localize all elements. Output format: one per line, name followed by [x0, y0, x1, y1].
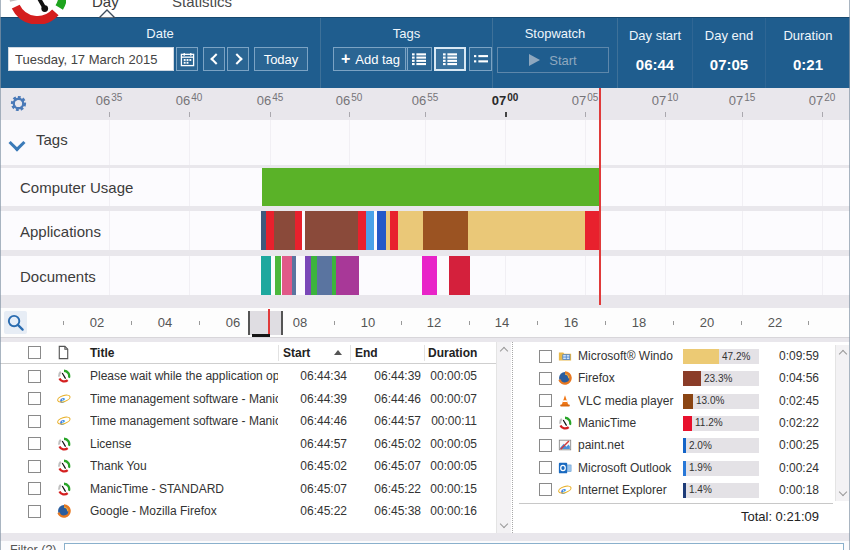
timeline-segment[interactable]	[390, 211, 398, 250]
chevron-right-icon	[231, 53, 242, 64]
gear-icon[interactable]	[9, 94, 28, 113]
activity-scrollbar[interactable]	[496, 342, 511, 533]
timeline-segment[interactable]	[295, 211, 302, 250]
activity-row[interactable]: ManicTime - STANDARD06:45:0706:45:2200:0…	[0, 478, 496, 501]
magnifier-icon[interactable]	[4, 311, 27, 334]
hour-label: 14	[495, 315, 509, 330]
hour-label: 10	[361, 315, 375, 330]
timeline-row-documents: Documents	[0, 256, 850, 295]
activity-row[interactable]: Time management software - Manic06:44:39…	[0, 388, 496, 411]
usage-bar: 23.3%	[683, 371, 759, 386]
row-checkbox[interactable]	[28, 505, 41, 518]
timeline-segment[interactable]	[449, 256, 470, 295]
timeline-segment[interactable]	[266, 211, 274, 250]
selection-right-handle[interactable]	[281, 311, 283, 335]
tab-statistics[interactable]: Statistics	[172, 0, 232, 10]
row-checkbox[interactable]	[539, 439, 552, 452]
divider-strip	[0, 533, 850, 541]
row-checkbox[interactable]	[539, 372, 552, 385]
summary-scrollbar[interactable]	[835, 345, 849, 501]
view-mode-compact-button[interactable]	[469, 47, 492, 71]
filter-input[interactable]	[64, 543, 844, 550]
row-checkbox[interactable]	[28, 460, 41, 473]
summary-row[interactable]: paint.net2.0%0:00:25	[513, 434, 833, 456]
row-checkbox[interactable]	[28, 370, 41, 383]
column-header-end[interactable]: End	[355, 342, 378, 364]
activity-row[interactable]: Google - Mozilla Firefox06:45:2206:45:38…	[0, 500, 496, 523]
manictime-icon	[57, 482, 71, 496]
day-start-label: Day start	[618, 28, 692, 43]
date-input[interactable]	[8, 47, 174, 71]
row-checkbox[interactable]	[28, 482, 41, 495]
summary-row[interactable]: Internet Explorer1.4%0:00:18	[513, 479, 833, 501]
row-checkbox[interactable]	[539, 483, 552, 496]
summary-row[interactable]: Firefox23.3%0:04:56	[513, 367, 833, 389]
row-checkbox[interactable]	[28, 415, 41, 428]
document-icon	[56, 345, 71, 360]
row-checkbox[interactable]	[539, 416, 552, 429]
timeline-zone: Tags Computer Usage Applications Documen…	[0, 88, 850, 308]
row-checkbox[interactable]	[28, 437, 41, 450]
timeline-segment[interactable]	[317, 256, 332, 295]
timeline-segment[interactable]	[275, 256, 281, 295]
column-header-start[interactable]: Start	[283, 342, 310, 364]
timeline-segment[interactable]	[422, 256, 437, 295]
activity-row[interactable]: License06:44:5706:45:0200:00:05	[0, 433, 496, 456]
column-header-title[interactable]: Title	[90, 342, 114, 364]
day-end-value: 07:05	[693, 56, 765, 73]
timeline-segment[interactable]	[274, 211, 295, 250]
scroll-down-icon[interactable]	[500, 520, 508, 528]
next-day-button[interactable]	[227, 47, 249, 71]
timeline-segment[interactable]	[423, 211, 468, 250]
activity-row[interactable]: Please wait while the application ope06:…	[0, 365, 496, 388]
timeline-segment[interactable]	[468, 211, 585, 250]
timeline-segment[interactable]	[398, 211, 423, 250]
timeline-segment[interactable]	[282, 256, 292, 295]
scroll-up-icon[interactable]	[839, 350, 847, 358]
time-tick-label: 0635	[96, 93, 123, 108]
timeline-segment[interactable]	[366, 211, 374, 250]
calendar-button[interactable]	[176, 47, 198, 71]
column-header-duration[interactable]: Duration	[428, 342, 477, 364]
timeline-segment[interactable]	[585, 211, 600, 250]
timeline-segment[interactable]	[305, 211, 358, 250]
row-checkbox[interactable]	[28, 392, 41, 405]
scroll-down-icon[interactable]	[839, 488, 847, 496]
ruler-selection[interactable]	[250, 311, 281, 335]
timeline-segment[interactable]	[358, 211, 366, 250]
view-mode-detail-button-selected[interactable]	[434, 47, 466, 71]
add-tag-button[interactable]: + Add tag	[333, 47, 408, 71]
activity-row[interactable]: Time management software - Manic06:44:46…	[0, 410, 496, 433]
summary-row[interactable]: Microsoft Outlook1.9%0:00:24	[513, 457, 833, 479]
timeline-segment[interactable]	[377, 211, 386, 250]
today-button[interactable]: Today	[254, 47, 308, 71]
manictime-logo-icon	[8, 0, 66, 24]
activity-duration: 00:00:05	[420, 365, 477, 388]
scroll-up-icon[interactable]	[500, 347, 508, 355]
row-checkbox[interactable]	[539, 461, 552, 474]
timeline-segment[interactable]	[292, 256, 296, 295]
activity-duration: 00:00:05	[420, 433, 477, 456]
gridline	[585, 120, 586, 165]
summary-row[interactable]: ManicTime11.2%0:02:22	[513, 412, 833, 434]
stopwatch-start-button[interactable]: Start	[497, 47, 609, 73]
row-checkbox[interactable]	[539, 394, 552, 407]
activity-row[interactable]: Thank You06:45:0206:45:0700:00:05	[0, 455, 496, 478]
timeline-segment[interactable]	[262, 168, 600, 206]
view-mode-list-button[interactable]	[405, 47, 432, 71]
time-tick-mark	[505, 112, 507, 117]
hour-ruler[interactable]: 0204060810121416182022	[0, 308, 850, 338]
summary-row[interactable]: Microsoft® Windo47.2%0:09:59	[513, 345, 833, 367]
previous-day-button[interactable]	[203, 47, 225, 71]
list-compact-icon	[473, 52, 489, 66]
select-all-checkbox[interactable]	[28, 346, 41, 359]
hour-tick	[334, 321, 335, 325]
row-checkbox[interactable]	[539, 350, 552, 363]
timeline-segment[interactable]	[261, 256, 271, 295]
selection-left-handle[interactable]	[248, 311, 250, 335]
activity-end: 06:45:02	[350, 433, 421, 456]
summary-row[interactable]: VLC media player13.0%0:02:45	[513, 390, 833, 412]
chevron-left-icon	[210, 53, 221, 64]
usage-bar: 2.0%	[683, 438, 759, 453]
timeline-segment[interactable]	[336, 256, 359, 295]
